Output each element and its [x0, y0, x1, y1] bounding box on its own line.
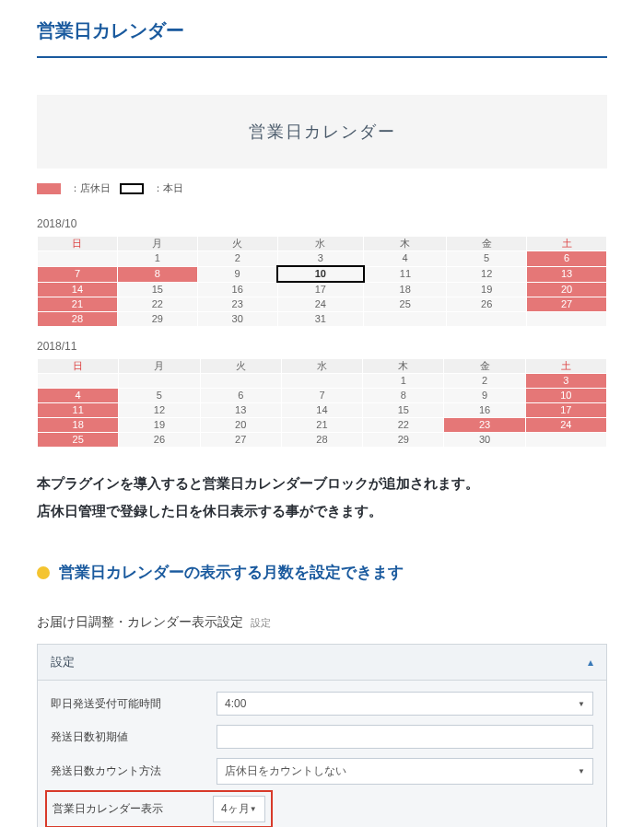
calendar-block-banner: 営業日カレンダー [37, 95, 607, 169]
weekday-header: 月 [117, 237, 197, 251]
weekday-header: 金 [444, 359, 525, 374]
row-ship-count-method: 発送日数カウント方法 店休日をカウントしない ▼ [51, 758, 593, 785]
calendar-cell: 9 [197, 266, 277, 282]
calendar-cell [200, 374, 281, 389]
calendar-cell: 2 [197, 251, 277, 267]
calendar-cell: 11 [38, 403, 119, 418]
today-swatch [120, 183, 144, 194]
calendar-cell [119, 374, 200, 389]
row-calendar-display: 営業日カレンダー表示 4ヶ月 ▼ [51, 794, 593, 827]
calendar-cell: 18 [38, 418, 119, 433]
weekday-header: 土 [527, 237, 607, 251]
calendar-cell [447, 312, 527, 327]
calendar-cell: 16 [444, 403, 525, 418]
calendar-cell: 21 [38, 297, 118, 312]
weekday-header: 水 [277, 237, 363, 251]
settings-panel-body: 即日発送受付可能時間 4:00 ▼ 発送日数初期値 発送日数カウント方法 [38, 681, 606, 827]
calendar-cell [38, 374, 119, 389]
calendar-cell [527, 312, 607, 327]
calendar-cell: 26 [447, 297, 527, 312]
calendar-cell: 25 [38, 433, 119, 448]
dropdown-caret-icon: ▼ [578, 700, 585, 708]
settings-title-main: お届け日調整・カレンダー表示設定 [37, 614, 243, 629]
calendar-cell: 23 [197, 297, 277, 312]
calendar-cell: 26 [119, 433, 200, 448]
select-calendar-display-value: 4ヶ月 [221, 801, 250, 817]
input-default-ship-days[interactable] [217, 725, 593, 749]
calendar-cell: 11 [364, 266, 447, 282]
calendar-cell: 19 [119, 418, 200, 433]
select-cutoff-time-value: 4:00 [225, 697, 246, 710]
weekday-header: 木 [364, 237, 447, 251]
calendar-cell [38, 251, 118, 267]
calendar-cell: 30 [197, 312, 277, 327]
calendar-cell: 24 [277, 297, 363, 312]
calendar-cell: 13 [527, 266, 607, 282]
calendar-cell: 20 [200, 418, 281, 433]
description-block: 本プラグインを導入すると営業日カレンダーブロックが追加されます。 店休日管理で登… [37, 470, 607, 525]
calendar-cell: 23 [444, 418, 525, 433]
settings-title: お届け日調整・カレンダー表示設定 設定 [37, 614, 607, 631]
calendar-cell: 6 [200, 389, 281, 403]
label-default-ship-days: 発送日数初期値 [51, 729, 217, 745]
weekday-header: 日 [38, 359, 119, 374]
weekday-header: 金 [447, 237, 527, 251]
calendar-cell: 24 [525, 418, 606, 433]
calendar-cell: 20 [527, 282, 607, 297]
calendar-table: 日月火水木金土123456789101112131415161718192021… [37, 236, 607, 327]
month-label: 2018/11 [37, 340, 607, 353]
calendar-cell: 4 [38, 389, 119, 403]
settings-panel-head-label: 設定 [51, 654, 75, 670]
calendar-cell: 14 [38, 282, 118, 297]
today-legend-label: ：本日 [153, 181, 183, 195]
row-default-ship-days: 発送日数初期値 [51, 725, 593, 749]
settings-panel-head[interactable]: 設定 ▴ [38, 645, 606, 681]
section-heading-text: 営業日カレンダーの表示する月数を設定できます [59, 562, 404, 583]
calendar-cell: 27 [200, 433, 281, 448]
calendar-cell [364, 312, 447, 327]
calendar-cell: 19 [447, 282, 527, 297]
dropdown-caret-icon: ▼ [578, 767, 585, 775]
calendar-cell [281, 374, 362, 389]
settings-panel: 設定 ▴ 即日発送受付可能時間 4:00 ▼ 発送日数初期値 [37, 644, 607, 827]
calendar-cell: 12 [447, 266, 527, 282]
select-cutoff-time[interactable]: 4:00 ▼ [217, 692, 593, 716]
description-line-2: 店休日管理で登録した日を休日表示する事ができます。 [37, 497, 607, 525]
calendar-cell: 31 [277, 312, 363, 327]
select-ship-count-method-value: 店休日をカウントしない [225, 763, 346, 779]
calendar-cell: 28 [281, 433, 362, 448]
calendar-cell: 30 [444, 433, 525, 448]
calendar-cell: 28 [38, 312, 118, 327]
calendar-cell: 5 [119, 389, 200, 403]
calendar-cell: 15 [363, 403, 444, 418]
weekday-header: 土 [525, 359, 606, 374]
holiday-legend-label: ：店休日 [70, 181, 111, 195]
calendar-cell: 22 [117, 297, 197, 312]
select-ship-count-method[interactable]: 店休日をカウントしない ▼ [217, 758, 593, 785]
calendar-cell: 7 [38, 266, 118, 282]
calendar-cell: 1 [363, 374, 444, 389]
calendar-cell: 10 [277, 266, 363, 282]
row-cutoff-time: 即日発送受付可能時間 4:00 ▼ [51, 692, 593, 716]
calendar-cell: 13 [200, 403, 281, 418]
calendar-cell: 7 [281, 389, 362, 403]
calendar-cell: 1 [117, 251, 197, 267]
calendar-cell: 8 [117, 266, 197, 282]
calendar-table: 日月火水木金土123456789101112131415161718192021… [37, 358, 607, 448]
legend: ：店休日 ：本日 [37, 181, 607, 195]
calendar-cell: 8 [363, 389, 444, 403]
calendar-cell: 10 [525, 389, 606, 403]
month-label: 2018/10 [37, 217, 607, 230]
label-calendar-display: 営業日カレンダー表示 [53, 801, 213, 817]
select-calendar-display[interactable]: 4ヶ月 ▼ [213, 796, 265, 822]
weekday-header: 火 [197, 237, 277, 251]
page-title: 営業日カレンダー [37, 18, 607, 58]
calendar-cell: 3 [525, 374, 606, 389]
calendar-cell: 3 [277, 251, 363, 267]
settings-title-sub: 設定 [251, 617, 271, 628]
calendar-cell: 5 [447, 251, 527, 267]
weekday-header: 水 [281, 359, 362, 374]
holiday-swatch [37, 183, 61, 194]
calendar-cell: 17 [525, 403, 606, 418]
calendar-cell: 17 [277, 282, 363, 297]
